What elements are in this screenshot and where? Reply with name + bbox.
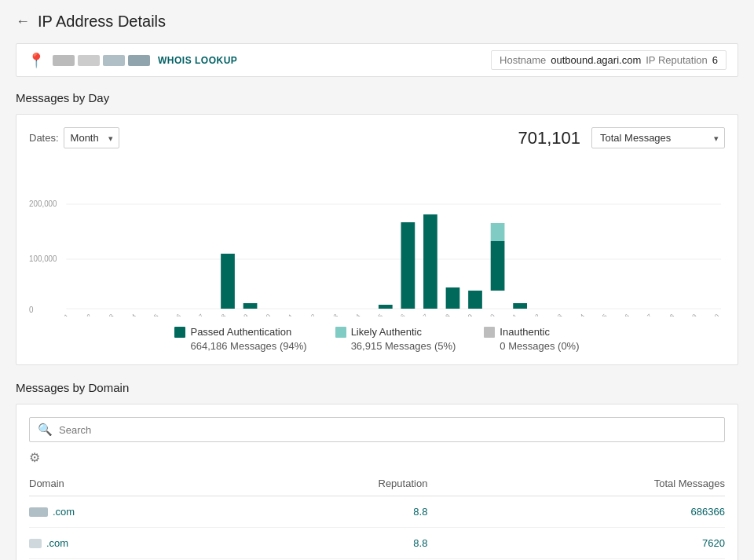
whois-lookup-link[interactable]: WHOIS LOOKUP — [158, 55, 237, 66]
messages-by-day-section: Messages by Day Dates: Month Week Day 70… — [16, 91, 738, 365]
total-messages-count: 701,101 — [518, 128, 580, 148]
domain-reputation-1: 8.8 — [221, 496, 428, 528]
hostname-label: Hostname — [500, 54, 546, 66]
bar-may17 — [423, 214, 437, 309]
table-row: .com 8.8 686366 — [29, 496, 725, 528]
svg-text:May 3: May 3 — [98, 313, 115, 317]
svg-text:May 14: May 14 — [342, 313, 362, 317]
domain-total-2: 7620 — [427, 528, 725, 559]
domain-total-1: 686366 — [427, 496, 725, 528]
svg-text:May 25: May 25 — [589, 313, 609, 317]
ip-block-1 — [53, 55, 75, 66]
back-button[interactable]: ← — [16, 13, 30, 30]
bar-may20-auth — [491, 241, 505, 291]
svg-text:May 28: May 28 — [657, 313, 676, 317]
bar-chart: 0 100,000 200,000 — [29, 159, 725, 317]
domain-table: Domain Reputation Total Messages .com — [29, 471, 725, 559]
total-messages-select[interactable]: Total Messages Passed Authentication Lik… — [591, 127, 725, 148]
svg-text:May 30: May 30 — [701, 313, 721, 317]
ip-blocks — [53, 55, 150, 66]
bar-may20-likely — [491, 223, 505, 241]
svg-text:May 12: May 12 — [298, 313, 317, 317]
svg-text:May 10: May 10 — [253, 313, 273, 317]
messages-by-day-title: Messages by Day — [16, 91, 738, 104]
svg-text:May 9: May 9 — [233, 313, 251, 317]
ip-info-panel: Hostname outbound.agari.com IP Reputatio… — [491, 50, 727, 70]
svg-text:May 7: May 7 — [188, 313, 204, 317]
inauthentic-count: 0 Messages (0%) — [500, 340, 579, 352]
svg-text:May 18: May 18 — [432, 313, 452, 317]
svg-text:May 16: May 16 — [387, 313, 407, 317]
bar-may19 — [468, 291, 482, 309]
dates-select[interactable]: Month Week Day — [64, 127, 119, 148]
gear-icon[interactable]: ⚙ — [29, 451, 40, 464]
total-messages-col-header: Total Messages — [427, 471, 725, 496]
legend-likely-auth: Likely Authentic 36,915 Messages (5%) — [335, 326, 456, 352]
hostname-value: outbound.agari.com — [551, 54, 641, 66]
ip-reputation-label: IP Reputation — [646, 54, 708, 66]
bar-may18 — [446, 287, 460, 309]
ip-block-2 — [78, 55, 100, 66]
svg-text:May 19: May 19 — [455, 313, 474, 317]
svg-text:May 6: May 6 — [166, 313, 183, 317]
svg-text:May 17: May 17 — [410, 313, 430, 317]
likely-auth-swatch — [335, 327, 346, 338]
bar-may16 — [401, 222, 415, 309]
passed-auth-swatch — [174, 327, 185, 338]
domain-block-icon-2 — [29, 539, 42, 548]
chart-svg: 0 100,000 200,000 — [29, 159, 725, 317]
bar-may9 — [221, 254, 235, 309]
passed-auth-count: 664,186 Messages (94%) — [190, 340, 306, 352]
svg-text:200,000: 200,000 — [29, 199, 57, 208]
chart-legend: Passed Authentication 664,186 Messages (… — [29, 326, 725, 352]
svg-text:May 1: May 1 — [53, 313, 71, 317]
ip-reputation-value: 6 — [712, 54, 718, 66]
table-row: .com 8.8 7620 — [29, 528, 725, 559]
ip-block-4 — [128, 55, 150, 66]
page-title: IP Address Details — [38, 13, 166, 31]
inauthentic-label: Inauthentic — [500, 326, 550, 338]
pin-icon: 📍 — [27, 52, 45, 69]
domain-name-1[interactable]: .com — [29, 506, 221, 518]
chart-card: Dates: Month Week Day 701,101 Total Mess… — [16, 114, 738, 365]
domain-reputation-2: 8.8 — [221, 528, 428, 559]
messages-by-domain-section: Messages by Domain 🔍 ⚙ Domain Reputation… — [16, 381, 738, 560]
domain-block-icon-1 — [29, 507, 48, 517]
domain-col-header: Domain — [29, 471, 221, 496]
inauthentic-swatch — [484, 327, 495, 338]
svg-text:May 24: May 24 — [567, 313, 587, 317]
legend-inauthentic: Inauthentic 0 Messages (0%) — [484, 326, 579, 352]
svg-text:May 22: May 22 — [522, 313, 542, 317]
domain-name-2[interactable]: .com — [29, 537, 221, 549]
svg-text:May 15: May 15 — [365, 313, 385, 317]
svg-text:May 13: May 13 — [320, 313, 340, 317]
likely-auth-label: Likely Authentic — [351, 326, 422, 338]
search-box[interactable]: 🔍 — [29, 417, 725, 442]
svg-text:May 8: May 8 — [210, 313, 228, 317]
reputation-col-header: Reputation — [221, 471, 428, 496]
svg-text:May 2: May 2 — [76, 313, 93, 317]
svg-text:May 4: May 4 — [121, 313, 138, 317]
svg-text:May 21: May 21 — [500, 313, 519, 317]
svg-text:May 29: May 29 — [679, 313, 698, 317]
svg-text:May 20: May 20 — [477, 313, 496, 317]
bar-may21 — [513, 303, 527, 309]
svg-text:May 5: May 5 — [143, 313, 160, 317]
domain-card: 🔍 ⚙ Domain Reputation Total Messages — [16, 404, 738, 560]
svg-text:100,000: 100,000 — [29, 254, 57, 263]
svg-text:May 26: May 26 — [612, 313, 631, 317]
dates-label: Dates: — [29, 132, 59, 144]
messages-by-domain-title: Messages by Domain — [16, 381, 738, 394]
ip-block-3 — [103, 55, 125, 66]
bar-may10 — [243, 303, 258, 309]
passed-auth-label: Passed Authentication — [190, 326, 291, 338]
legend-passed-auth: Passed Authentication 664,186 Messages (… — [174, 326, 306, 352]
svg-text:May 11: May 11 — [276, 313, 295, 317]
ip-bar: 📍 WHOIS LOOKUP Hostname outbound.agari.c… — [16, 43, 738, 77]
svg-text:May 23: May 23 — [544, 313, 564, 317]
likely-auth-count: 36,915 Messages (5%) — [351, 340, 456, 352]
bar-may15 — [379, 305, 393, 309]
search-input[interactable] — [59, 424, 716, 436]
svg-text:May 27: May 27 — [634, 313, 653, 317]
svg-text:0: 0 — [29, 306, 34, 314]
